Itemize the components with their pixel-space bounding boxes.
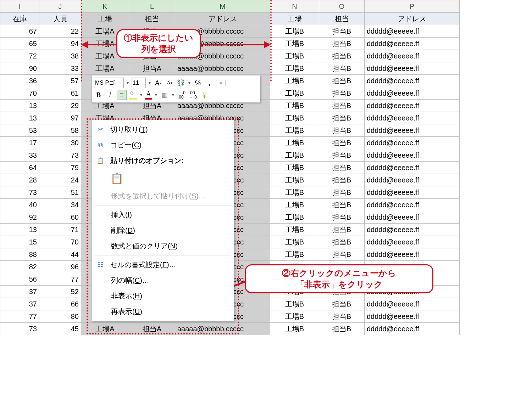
cell[interactable]: 73 bbox=[0, 186, 39, 199]
cell[interactable]: aaaaa@bbbbb.ccccc bbox=[175, 62, 270, 75]
cell[interactable]: 担当B bbox=[319, 149, 365, 162]
cell[interactable]: 工場B bbox=[270, 100, 319, 112]
cell[interactable]: 担当B bbox=[319, 224, 365, 236]
cell[interactable]: ddddd@eeeee.ff bbox=[365, 100, 460, 112]
cell[interactable]: ddddd@eeeee.ff bbox=[365, 87, 460, 100]
cell[interactable]: 45 bbox=[39, 323, 81, 335]
cell[interactable]: 92 bbox=[0, 211, 39, 224]
cell[interactable]: ddddd@eeeee.ff bbox=[365, 298, 460, 310]
cell[interactable]: ddddd@eeeee.ff bbox=[365, 186, 460, 199]
cell[interactable]: 73 bbox=[39, 149, 81, 162]
cell[interactable]: 13 bbox=[0, 224, 39, 236]
cell[interactable]: 44 bbox=[39, 248, 81, 261]
align-center-icon[interactable]: ≡ bbox=[117, 90, 127, 100]
format-painter-icon[interactable]: 🖌 bbox=[198, 89, 211, 102]
cell[interactable]: 13 bbox=[0, 100, 39, 112]
cell[interactable]: 工場A bbox=[81, 323, 129, 335]
cell[interactable]: ddddd@eeeee.ff bbox=[365, 112, 460, 124]
cell[interactable]: 担当A bbox=[129, 323, 175, 335]
cell[interactable]: 工場B bbox=[270, 236, 319, 248]
cell[interactable]: 工場B bbox=[270, 137, 319, 149]
field-header[interactable]: 人員 bbox=[39, 13, 81, 25]
cell[interactable]: 担当B bbox=[319, 199, 365, 211]
cell[interactable]: ddddd@eeeee.ff bbox=[365, 75, 460, 87]
cell[interactable]: 工場B bbox=[270, 38, 319, 50]
cell[interactable]: 担当A bbox=[129, 62, 175, 75]
menu-column-width[interactable]: 列の幅(C)… bbox=[92, 272, 234, 288]
cell[interactable]: 33 bbox=[0, 149, 39, 162]
cell[interactable]: 24 bbox=[39, 174, 81, 186]
column-header-O[interactable]: O bbox=[319, 0, 365, 13]
cell[interactable]: ddddd@eeeee.ff bbox=[365, 310, 460, 323]
cell[interactable]: ddddd@eeeee.ff bbox=[365, 199, 460, 211]
cell[interactable]: ddddd@eeeee.ff bbox=[365, 236, 460, 248]
cell[interactable]: 担当B bbox=[319, 137, 365, 149]
borders-icon[interactable]: ▦ bbox=[160, 90, 169, 100]
cell[interactable]: 担当B bbox=[319, 87, 365, 100]
cell[interactable]: 29 bbox=[39, 100, 81, 112]
cell[interactable]: 工場B bbox=[270, 174, 319, 186]
menu-hide[interactable]: 非表示(H) bbox=[92, 288, 234, 304]
cell[interactable]: ddddd@eeeee.ff bbox=[365, 25, 460, 38]
cell[interactable]: 工場B bbox=[270, 248, 319, 261]
field-header[interactable]: 在庫 bbox=[0, 13, 39, 25]
cell[interactable]: ddddd@eeeee.ff bbox=[365, 211, 460, 224]
menu-unhide[interactable]: 再表示(U) bbox=[92, 304, 234, 319]
cell[interactable]: 60 bbox=[39, 211, 81, 224]
cell[interactable]: 80 bbox=[39, 310, 81, 323]
cell[interactable]: 工場B bbox=[270, 75, 319, 87]
cell[interactable]: 担当B bbox=[319, 62, 365, 75]
cell[interactable]: aaaaa@bbbbb.ccccc bbox=[175, 323, 270, 335]
menu-cut[interactable]: ✂ 切り取り(T) bbox=[92, 122, 234, 137]
menu-insert[interactable]: 挿入(I) bbox=[92, 207, 234, 223]
cell[interactable]: ddddd@eeeee.ff bbox=[365, 124, 460, 137]
cell[interactable]: 工場B bbox=[270, 186, 319, 199]
cell[interactable]: 52 bbox=[39, 286, 81, 298]
cell[interactable]: 79 bbox=[39, 162, 81, 174]
cell[interactable]: 工場B bbox=[270, 50, 319, 62]
cell[interactable]: 77 bbox=[0, 310, 39, 323]
cell[interactable]: 工場B bbox=[270, 25, 319, 38]
menu-delete[interactable]: 削除(D) bbox=[92, 223, 234, 238]
cell[interactable]: ddddd@eeeee.ff bbox=[365, 248, 460, 261]
cell[interactable]: 担当B bbox=[319, 50, 365, 62]
accounting-dd[interactable]: ▾ bbox=[188, 80, 191, 85]
cell[interactable]: ddddd@eeeee.ff bbox=[365, 224, 460, 236]
menu-copy[interactable]: ⧉ コピー(C) bbox=[92, 137, 234, 153]
cell[interactable]: 56 bbox=[0, 273, 39, 286]
cell[interactable]: 担当B bbox=[319, 38, 365, 50]
cell[interactable]: 工場B bbox=[270, 224, 319, 236]
field-header[interactable]: 担当 bbox=[129, 13, 175, 25]
menu-format-cells[interactable]: ☷ セルの書式設定(F)… bbox=[92, 257, 234, 272]
italic-icon[interactable]: I bbox=[105, 90, 115, 100]
menu-clear[interactable]: 数式と値のクリア(N) bbox=[92, 238, 234, 254]
cell[interactable]: 37 bbox=[0, 298, 39, 310]
cell[interactable]: 53 bbox=[0, 124, 39, 137]
cell[interactable]: 71 bbox=[39, 224, 81, 236]
cell[interactable]: 担当B bbox=[319, 112, 365, 124]
cell[interactable]: 工場B bbox=[270, 124, 319, 137]
accounting-format-icon[interactable]: 💱 bbox=[176, 78, 185, 88]
menu-paste-options[interactable]: 📋 貼り付けのオプション: bbox=[92, 153, 234, 168]
cell[interactable]: ddddd@eeeee.ff bbox=[365, 174, 460, 186]
cell[interactable]: 15 bbox=[0, 236, 39, 248]
column-header-K[interactable]: K bbox=[81, 0, 129, 13]
cell[interactable]: 33 bbox=[39, 62, 81, 75]
cell[interactable]: 担当B bbox=[319, 248, 365, 261]
cell[interactable]: 担当B bbox=[319, 298, 365, 310]
fill-color-icon[interactable] bbox=[129, 91, 137, 100]
cell[interactable]: 90 bbox=[0, 62, 39, 75]
cell[interactable]: 96 bbox=[39, 261, 81, 273]
cell[interactable]: 担当B bbox=[319, 100, 365, 112]
cell[interactable]: 72 bbox=[0, 50, 39, 62]
font-name-dropdown-icon[interactable]: ▾ bbox=[126, 80, 129, 85]
cell[interactable]: 13 bbox=[0, 112, 39, 124]
cell[interactable]: 64 bbox=[0, 162, 39, 174]
cell[interactable]: 工場B bbox=[270, 112, 319, 124]
cell[interactable]: 38 bbox=[39, 50, 81, 62]
cell[interactable]: 97 bbox=[39, 112, 81, 124]
cell[interactable]: 67 bbox=[0, 25, 39, 38]
cell[interactable]: 40 bbox=[0, 199, 39, 211]
cell[interactable]: 28 bbox=[0, 174, 39, 186]
cell[interactable]: ddddd@eeeee.ff bbox=[365, 50, 460, 62]
